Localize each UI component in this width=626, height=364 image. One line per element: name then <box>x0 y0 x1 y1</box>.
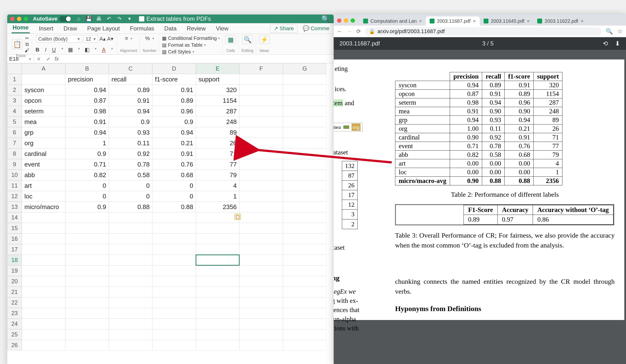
cell-G9[interactable] <box>283 159 326 170</box>
cells-button[interactable]: ▦ <box>225 35 236 44</box>
cell-A13[interactable]: micro/macro <box>22 202 65 212</box>
cell-E12[interactable]: 1 <box>196 191 239 202</box>
print-icon[interactable]: 🖶 <box>95 15 102 22</box>
cell-D21[interactable] <box>152 287 196 297</box>
font-size-select[interactable]: 12 ▾ <box>83 35 98 42</box>
comments-button[interactable]: 💬Comme <box>303 25 329 32</box>
cell-F6[interactable] <box>239 127 283 138</box>
cell-B25[interactable] <box>65 329 109 340</box>
cell-B21[interactable] <box>65 287 109 297</box>
cell-C24[interactable] <box>109 319 152 329</box>
cell-D7[interactable]: 0.21 <box>152 138 196 148</box>
cell-A14[interactable] <box>22 212 65 223</box>
cell-G21[interactable] <box>283 287 326 297</box>
cell-B15[interactable] <box>65 223 109 233</box>
cell-E13[interactable]: 2356 <box>196 202 239 212</box>
back-icon[interactable]: ← <box>337 28 342 35</box>
cell-D3[interactable]: 0.89 <box>152 95 196 106</box>
col-header-A[interactable]: A <box>22 63 65 74</box>
cell-B12[interactable]: 0 <box>65 191 109 202</box>
cell-B9[interactable]: 0.71 <box>65 159 109 170</box>
cell-E4[interactable]: 287 <box>196 106 239 116</box>
cell-A11[interactable]: art <box>22 180 65 191</box>
rotate-icon[interactable]: ⟲ <box>603 40 608 47</box>
bold-button[interactable]: B <box>35 47 40 53</box>
chrome-tab-1[interactable]: 2003.11687.pdf× <box>426 16 480 26</box>
row-header-15[interactable]: 15 <box>7 223 22 233</box>
cell-D1[interactable]: f1-score <box>152 74 196 85</box>
cell-G13[interactable] <box>283 202 326 212</box>
cell-B4[interactable]: 0.98 <box>65 106 109 116</box>
cell-E6[interactable]: 89 <box>196 127 239 138</box>
row-header-19[interactable]: 19 <box>7 265 22 276</box>
cell-C21[interactable] <box>109 287 152 297</box>
row-header-1[interactable]: 1 <box>7 74 22 85</box>
row-header-25[interactable]: 25 <box>7 329 22 340</box>
conditional-formatting-button[interactable]: ▦Conditional Formatting ▾ <box>162 35 220 41</box>
cell-A10[interactable]: abb <box>22 170 65 180</box>
cell-E17[interactable] <box>196 244 239 255</box>
cell-D19[interactable] <box>152 265 196 276</box>
editing-button[interactable]: 🔍 <box>242 35 253 44</box>
row-header-18[interactable]: 18 <box>7 255 22 265</box>
cell-B1[interactable]: precision <box>65 74 109 85</box>
cell-A16[interactable] <box>22 233 65 244</box>
cell-B22[interactable] <box>65 297 109 308</box>
cell-B10[interactable]: 0.82 <box>65 170 109 180</box>
row-header-14[interactable]: 14 <box>7 212 22 223</box>
cell-F15[interactable] <box>239 223 283 233</box>
cell-B23[interactable] <box>65 308 109 319</box>
cell-C14[interactable] <box>109 212 152 223</box>
cell-A21[interactable] <box>22 287 65 297</box>
cell-G8[interactable] <box>283 148 326 159</box>
grow-font-icon[interactable]: A▴ <box>99 36 106 42</box>
cell-C3[interactable]: 0.91 <box>109 95 152 106</box>
tab-close-icon[interactable]: × <box>419 18 422 24</box>
tab-close-icon[interactable]: × <box>527 18 530 24</box>
cell-D2[interactable]: 0.91 <box>152 85 196 95</box>
row-header-21[interactable]: 21 <box>7 287 22 297</box>
cell-C10[interactable]: 0.58 <box>109 170 152 180</box>
cell-A7[interactable]: org <box>22 138 65 148</box>
cell-F8[interactable] <box>239 148 283 159</box>
cell-G3[interactable] <box>283 95 326 106</box>
cell-E10[interactable]: 79 <box>196 170 239 180</box>
qat-dropdown-icon[interactable]: ▾ <box>126 15 133 22</box>
cell-D11[interactable]: 0 <box>152 180 196 191</box>
row-header-8[interactable]: 8 <box>7 148 22 159</box>
align-icon[interactable]: ≡ <box>125 35 128 41</box>
cell-D24[interactable] <box>152 319 196 329</box>
cell-D5[interactable]: 0.9 <box>152 116 196 127</box>
name-box[interactable]: E18▼ <box>7 55 34 63</box>
cell-F5[interactable] <box>239 116 283 127</box>
save-icon[interactable]: 💾 <box>85 15 92 22</box>
cell-E2[interactable]: 320 <box>196 85 239 95</box>
cell-G16[interactable] <box>283 233 326 244</box>
cell-E1[interactable]: support <box>196 74 239 85</box>
cell-E25[interactable] <box>196 329 239 340</box>
cell-D17[interactable] <box>152 244 196 255</box>
cell-G18[interactable] <box>283 255 326 265</box>
col-header-D[interactable]: D <box>152 63 196 74</box>
chrome-tab-2[interactable]: 2003.11645.pdf× <box>480 16 534 26</box>
tab-view[interactable]: View <box>215 25 230 32</box>
cell-B8[interactable]: 0.9 <box>65 148 109 159</box>
cell-D23[interactable] <box>152 308 196 319</box>
tab-close-icon[interactable]: × <box>473 18 476 24</box>
cell-F1[interactable] <box>239 74 283 85</box>
cell-D4[interactable]: 0.96 <box>152 106 196 116</box>
percent-icon[interactable]: % <box>145 35 150 41</box>
row-header-9[interactable]: 9 <box>7 159 22 170</box>
row-header-10[interactable]: 10 <box>7 170 22 180</box>
cell-D18[interactable] <box>152 255 196 265</box>
cell-C4[interactable]: 0.94 <box>109 106 152 116</box>
cell-G22[interactable] <box>283 297 326 308</box>
cell-C22[interactable] <box>109 297 152 308</box>
cell-G7[interactable] <box>283 138 326 148</box>
cell-C20[interactable] <box>109 276 152 287</box>
minimize-window-button[interactable] <box>17 17 21 21</box>
cancel-formula-icon[interactable]: ✕ <box>34 56 43 62</box>
cell-A6[interactable]: grp <box>22 127 65 138</box>
cell-B6[interactable]: 0.94 <box>65 127 109 138</box>
cell-E7[interactable]: 26 <box>196 138 239 148</box>
